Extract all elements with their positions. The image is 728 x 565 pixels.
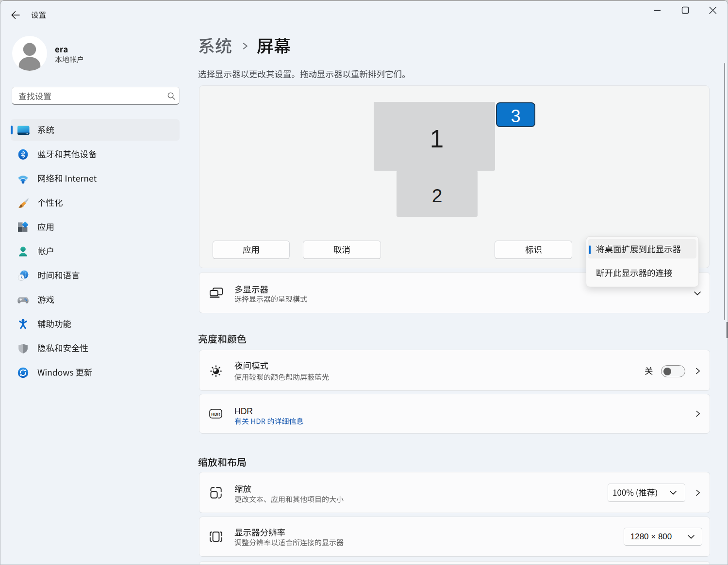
svg-text:HDR: HDR xyxy=(211,412,220,417)
